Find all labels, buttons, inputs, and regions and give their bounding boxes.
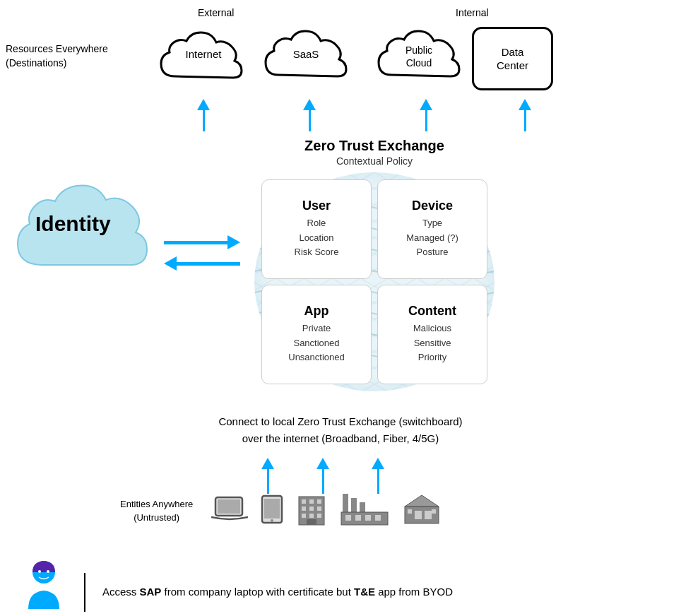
arrow-to-internet [154, 99, 253, 131]
saas-label: SaaS [260, 48, 352, 60]
caption-line2: over the internet (Broadband, Fiber, 4/5… [0, 430, 681, 447]
svg-rect-20 [345, 515, 351, 521]
svg-rect-9 [302, 507, 306, 511]
svg-rect-22 [365, 515, 371, 521]
svg-rect-10 [309, 507, 314, 511]
content-box-items: MaliciousSensitivePriority [413, 321, 451, 365]
external-label: External [198, 7, 234, 18]
svg-rect-6 [302, 499, 306, 504]
svg-rect-1 [218, 499, 240, 514]
identity-section: Identity [14, 173, 162, 289]
bottom-caption: Connect to local Zero Trust Exchange (sw… [0, 413, 681, 447]
middle-section: Identity Zero Trust Exchange Contextual … [0, 131, 681, 434]
zte-subtitle: Contextual Policy [240, 155, 509, 167]
content-policy-box: Content MaliciousSensitivePriority [377, 285, 487, 384]
laptop-icon [211, 494, 248, 527]
user-box-items: RoleLocationRisk Score [295, 216, 339, 260]
svg-rect-8 [317, 499, 321, 504]
svg-rect-17 [351, 498, 357, 514]
arrow-to-data-center [479, 99, 571, 131]
arrow-entity-1 [261, 458, 274, 494]
access-text: Access SAP from company laptop with cert… [102, 584, 453, 600]
office-building-icon [296, 491, 327, 531]
user-policy-box: User RoleLocationRisk Score [261, 179, 372, 279]
device-policy-box: Device TypeManaged (?)Posture [377, 179, 487, 279]
data-center-box: Data Center [472, 27, 553, 90]
internet-cloud: Internet [154, 20, 253, 97]
entity-arrows [261, 458, 384, 494]
svg-rect-12 [302, 514, 306, 518]
content-box-title: Content [408, 304, 456, 319]
resources-label: Resources Everywhere (Destinations) [6, 42, 108, 70]
factory-icon [340, 491, 389, 531]
svg-rect-28 [408, 509, 412, 514]
saas-cloud: SaaS [260, 20, 352, 97]
policy-grid: User RoleLocationRisk Score Device TypeM… [261, 179, 487, 384]
svg-rect-23 [375, 515, 381, 521]
zte-title: Zero Trust Exchange [240, 138, 509, 154]
person-avatar: Nicole [21, 558, 67, 616]
arrow-to-public-cloud [380, 99, 472, 131]
svg-rect-27 [425, 511, 432, 519]
svg-point-32 [47, 570, 49, 573]
zte-container: Zero Trust Exchange Contextual Policy [240, 138, 509, 399]
svg-marker-24 [405, 495, 439, 507]
svg-rect-21 [355, 515, 361, 521]
arrow-entity-2 [316, 458, 329, 494]
svg-rect-29 [432, 509, 436, 514]
svg-point-4 [271, 519, 273, 522]
svg-rect-16 [343, 494, 348, 514]
internet-label: Internet [154, 48, 253, 60]
device-box-title: Device [412, 199, 453, 213]
te-bold: T&E [354, 586, 375, 598]
device-box-items: TypeManaged (?)Posture [406, 216, 458, 260]
svg-point-31 [38, 570, 41, 573]
tablet-icon [261, 494, 283, 527]
svg-rect-15 [307, 519, 316, 525]
arrow-entity-3 [372, 458, 384, 494]
caption-line1: Connect to local Zero Trust Exchange (sw… [0, 413, 681, 430]
double-arrows [164, 235, 240, 271]
zte-circle: User RoleLocationRisk Score Device TypeM… [254, 172, 495, 391]
sap-bold: SAP [140, 586, 162, 598]
arrow-to-saas [260, 99, 359, 131]
app-box-title: App [304, 304, 329, 319]
public-cloud-label: PublicCloud [373, 44, 465, 69]
app-policy-box: App PrivateSanctionedUnsanctioned [261, 285, 372, 384]
bottom-person-section: Nicole Access SAP from company laptop wi… [21, 558, 453, 616]
svg-rect-11 [317, 507, 321, 511]
warehouse-icon [402, 494, 442, 528]
svg-rect-13 [309, 514, 314, 518]
internal-label: Internal [456, 7, 489, 18]
top-section: Resources Everywhere (Destinations) Exte… [0, 0, 681, 131]
user-box-title: User [302, 199, 331, 213]
svg-rect-14 [317, 514, 321, 518]
public-cloud: PublicCloud [373, 20, 465, 97]
app-box-items: PrivateSanctionedUnsanctioned [288, 321, 345, 365]
entities-label: Entities Anywhere(Untrusted) [120, 497, 193, 525]
person-divider [84, 573, 85, 612]
svg-rect-3 [264, 499, 280, 519]
entities-section: Entities Anywhere(Untrusted) [120, 491, 442, 531]
identity-label: Identity [35, 212, 111, 236]
svg-rect-7 [309, 499, 314, 504]
svg-rect-26 [415, 511, 422, 519]
